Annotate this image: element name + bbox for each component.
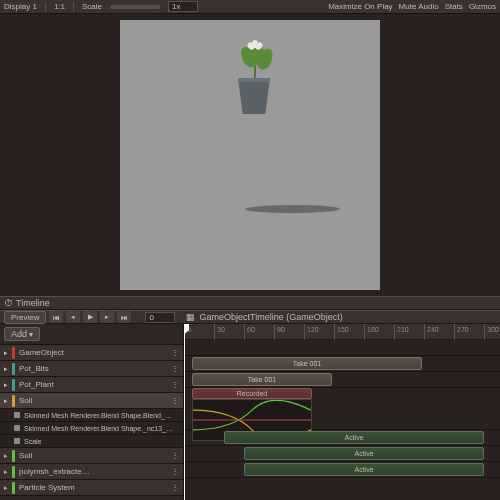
frame-field[interactable]: 0 <box>145 312 175 323</box>
foldout-icon[interactable]: ▸ <box>4 452 8 460</box>
ruler-tick: 120 <box>304 324 319 340</box>
track-label: polymsh_extracte… <box>19 467 167 476</box>
track-color <box>12 363 15 375</box>
play-button[interactable]: ▶ <box>83 311 97 323</box>
game-view-toolbar: Display 1 1:1 Scale 1x Maximize On Play … <box>0 0 500 14</box>
track-options-icon[interactable]: ⋮ <box>171 483 179 492</box>
track-options-icon[interactable]: ⋮ <box>171 396 179 405</box>
track-property[interactable]: Skinned Mesh Renderer.Blend Shape._nc13_… <box>0 422 183 435</box>
ruler-tick: 90 <box>274 324 285 340</box>
clip-lane[interactable]: Recorded <box>184 388 500 430</box>
gizmos-dropdown[interactable]: Gizmos <box>469 2 496 11</box>
scale-slider[interactable] <box>110 5 160 9</box>
timeline-asset-icon: ▦ <box>186 312 195 322</box>
ruler-tick: 210 <box>394 324 409 340</box>
plant-graphic <box>240 42 270 82</box>
ruler-tick: 300 <box>484 324 499 340</box>
clip[interactable]: Active <box>244 463 484 476</box>
stats-toggle[interactable]: Stats <box>445 2 463 11</box>
aspect-dropdown[interactable]: 1:1 <box>54 2 65 11</box>
foldout-icon[interactable]: ▸ <box>4 381 8 389</box>
recorded-clip[interactable]: Recorded <box>192 388 312 399</box>
track-options-icon[interactable]: ⋮ <box>171 451 179 460</box>
timeline-controls: Preview ⏮ ◂ ▶ ▸ ⏭ 0 ▦ GameObjectTimeline… <box>0 310 500 324</box>
track-color <box>12 450 15 462</box>
clip[interactable]: Take 001 <box>192 357 422 370</box>
track-label: GameObject <box>19 348 167 357</box>
track-item[interactable]: ▸Particle System⋮ <box>0 480 183 496</box>
ruler-tick: 150 <box>334 324 349 340</box>
prev-frame-button[interactable]: ◂ <box>66 311 80 323</box>
track-label: Soil <box>19 451 167 460</box>
track-property[interactable]: Scale <box>0 435 183 448</box>
track-color <box>12 482 15 494</box>
timeline-tab-icon: ⏱ <box>4 298 13 308</box>
track-property[interactable]: Skinned Mesh Renderer.Blend Shape.Blend_… <box>0 409 183 422</box>
track-item[interactable]: ▸GameObject⋮ <box>0 345 183 361</box>
track-hierarchy: Add ▾ ▸GameObject⋮▸Pot_Bits⋮▸Pot_Plant⋮▸… <box>0 324 184 500</box>
track-color <box>12 466 15 478</box>
track-color <box>12 347 15 359</box>
ruler-tick: 60 <box>244 324 255 340</box>
foldout-icon[interactable]: ▸ <box>4 349 8 357</box>
timeline-panel-title: Timeline <box>16 298 50 308</box>
foldout-icon[interactable]: ▸ <box>4 365 8 373</box>
clip-lane[interactable]: Active <box>184 430 500 446</box>
track-options-icon[interactable]: ⋮ <box>171 380 179 389</box>
track-label: Pot_Plant <box>19 380 167 389</box>
maximize-toggle[interactable]: Maximize On Play <box>328 2 392 11</box>
clip-lane[interactable] <box>184 340 500 356</box>
ruler-tick: 180 <box>364 324 379 340</box>
timeline-asset-name[interactable]: GameObjectTimeline (GameObject) <box>199 312 342 322</box>
track-options-icon[interactable]: ⋮ <box>171 348 179 357</box>
track-color <box>12 395 15 407</box>
clip-lane[interactable]: Take 001 <box>184 356 500 372</box>
goto-end-button[interactable]: ⏭ <box>117 311 131 323</box>
time-ruler[interactable]: 0306090120150180210240270300 <box>184 324 500 340</box>
track-item[interactable]: ▸Soil⋮ <box>0 393 183 409</box>
goto-start-button[interactable]: ⏮ <box>49 311 63 323</box>
clip-lane[interactable]: Take 001 <box>184 372 500 388</box>
game-render-area <box>120 20 380 290</box>
track-item[interactable]: ▸polymsh_extracte…⋮ <box>0 464 183 480</box>
foldout-icon[interactable]: ▸ <box>4 468 8 476</box>
game-viewport <box>0 14 500 296</box>
pot-graphic <box>235 78 273 114</box>
clip[interactable]: Take 001 <box>192 373 332 386</box>
timeline-area[interactable]: 0306090120150180210240270300 Take 001Tak… <box>184 324 500 500</box>
mute-audio-toggle[interactable]: Mute Audio <box>399 2 439 11</box>
next-frame-button[interactable]: ▸ <box>100 311 114 323</box>
add-track-button[interactable]: Add ▾ <box>4 327 40 341</box>
ruler-tick: 30 <box>214 324 225 340</box>
scale-label: Scale <box>82 2 102 11</box>
playhead[interactable] <box>184 324 185 500</box>
timeline-toolbar: ⏱ Timeline <box>0 296 500 310</box>
foldout-icon[interactable]: ▸ <box>4 484 8 492</box>
preview-button[interactable]: Preview <box>4 311 46 324</box>
track-options-icon[interactable]: ⋮ <box>171 364 179 373</box>
track-options-icon[interactable]: ⋮ <box>171 467 179 476</box>
ruler-tick: 270 <box>454 324 469 340</box>
foldout-icon[interactable]: ▸ <box>4 397 8 405</box>
track-label: Pot_Bits <box>19 364 167 373</box>
track-label: Soil <box>19 396 167 405</box>
track-color <box>12 379 15 391</box>
shadow-graphic <box>244 205 342 213</box>
track-item[interactable]: ▸Pot_Plant⋮ <box>0 377 183 393</box>
display-dropdown[interactable]: Display 1 <box>4 2 37 11</box>
scale-value[interactable]: 1x <box>168 1 198 12</box>
ruler-tick: 240 <box>424 324 439 340</box>
clip-lane[interactable]: Active <box>184 446 500 462</box>
clip[interactable]: Active <box>244 447 484 460</box>
track-label: Particle System <box>19 483 167 492</box>
clip-lane[interactable]: Active <box>184 462 500 478</box>
clip[interactable]: Active <box>224 431 484 444</box>
track-item[interactable]: ▸Pot_Bits⋮ <box>0 361 183 377</box>
track-item[interactable]: ▸Soil⋮ <box>0 448 183 464</box>
